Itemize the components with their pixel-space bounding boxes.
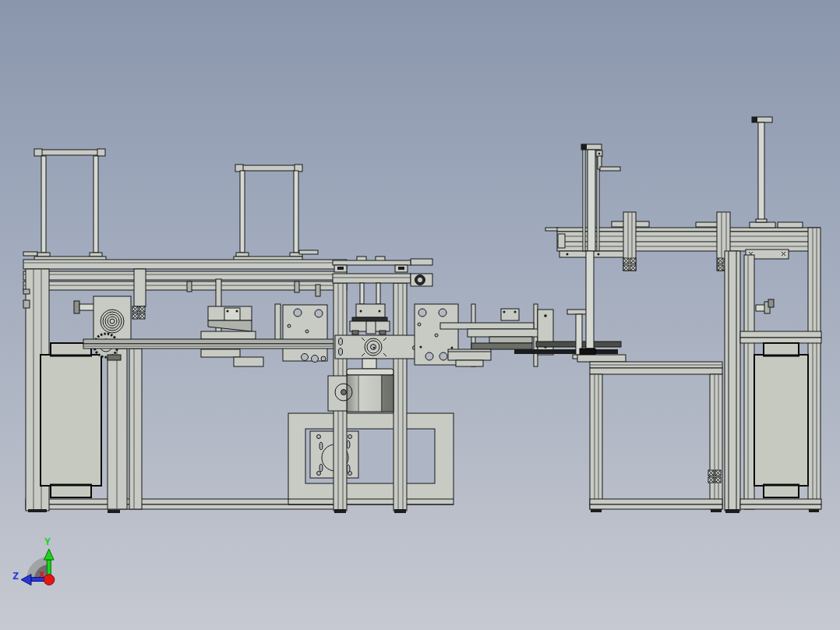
center-base-assembly[interactable] [288,413,454,504]
y-axis-label: Y [44,536,51,547]
beam-post-1[interactable] [623,212,636,271]
x-axis-ball[interactable] [44,575,55,586]
cad-viewport[interactable]: Y Z x [0,0,840,630]
center-index-plate[interactable] [335,335,422,359]
cad-canvas[interactable]: Y Z x [0,0,840,630]
right-side-panel[interactable] [754,343,808,497]
right-main-column[interactable] [725,251,740,513]
transfer-rail-lower[interactable] [514,349,618,354]
z-axis-label: Z [12,570,19,582]
left-side-panel[interactable] [41,343,101,497]
